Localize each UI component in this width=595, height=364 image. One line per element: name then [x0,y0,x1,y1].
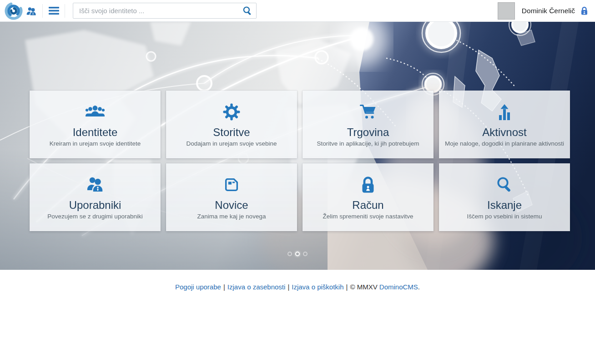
users-icon [30,175,161,194]
cart-icon [303,102,434,121]
tile-subtitle: Zanima me kaj je novega [166,213,297,220]
carousel-dot-3[interactable] [303,252,308,256]
hamburger-icon [49,7,59,15]
header-user-area: Dominik Černelič [498,2,595,20]
tile-subtitle: Povezujem se z drugimi uporabniki [30,213,161,220]
carousel-dot-2-active[interactable] [295,252,300,256]
menu-button[interactable] [46,2,61,20]
footer-separator: | [346,283,348,291]
tile-title: Uporabniki [30,199,161,211]
users-icon [26,6,37,16]
header-divider [42,4,43,18]
footer-separator: | [287,283,289,291]
tile-subtitle: Želim spremeniti svoje nastavitve [303,213,434,220]
tile-title: Iskanje [439,199,570,211]
tile-uporabniki[interactable]: Uporabniki Povezujem se z drugimi uporab… [30,163,161,231]
contacts-button[interactable] [24,2,39,20]
search-bar [73,3,257,19]
carousel-dots [0,252,595,256]
tile-identitete[interactable]: Identitete Kreiram in urejam svoje ident… [30,91,161,158]
tile-subtitle: Dodajam in urejam svoje vsebine [166,140,297,147]
search-icon [242,5,253,16]
user-name[interactable]: Dominik Černelič [522,7,575,15]
tile-subtitle: Kreiram in urejam svoje identitete [30,140,161,147]
search-button[interactable] [241,5,254,17]
footer-link-privacy[interactable]: Izjava o zasebnosti [227,283,286,291]
tile-novice[interactable]: Novice Zanima me kaj je novega [166,163,297,231]
tile-title: Aktivnost [439,126,570,138]
footer-brand-link[interactable]: DominoCMS [379,283,418,291]
tile-racun[interactable]: Račun Želim spremeniti svoje nastavitve [303,163,434,231]
avatar[interactable] [498,2,515,20]
tile-trgovina[interactable]: Trgovina Storitve in aplikacije, ki jih … [303,91,434,158]
swirl-logo-icon [5,2,23,20]
top-header: Dominik Černelič [0,0,595,22]
tile-title: Identitete [30,126,161,138]
crowd-icon [30,102,161,121]
tile-subtitle: Iščem po vsebini in sistemu [439,213,570,220]
magnifier-icon [439,175,570,194]
news-icon [166,175,297,194]
tile-title: Novice [166,199,297,211]
tile-title: Trgovina [303,126,434,138]
tile-subtitle: Moje naloge, dogodki in planirane aktivn… [439,140,570,147]
footer-suffix: . [418,283,420,291]
footer-link-terms[interactable]: Pogoji uporabe [175,283,221,291]
session-lock-icon[interactable] [580,6,588,15]
tile-title: Storitve [166,126,297,138]
tile-storitve[interactable]: Storitve Dodajam in urejam svoje vsebine [166,91,297,158]
footer-separator: | [223,283,225,291]
header-divider [65,4,65,18]
gear-icon [166,102,297,121]
tile-title: Račun [303,199,434,211]
carousel-dot-1[interactable] [287,252,292,256]
footer-link-cookies[interactable]: Izjava o piškotkih [292,283,343,291]
app-logo[interactable] [4,1,24,21]
footer: Pogoji uporabe|Izjava o zasebnosti|Izjav… [0,270,595,364]
tile-iskanje[interactable]: Iskanje Iščem po vsebini in sistemu [439,163,570,231]
search-input[interactable] [73,3,257,19]
tile-aktivnost[interactable]: Aktivnost Moje naloge, dogodki in planir… [439,91,570,158]
chart-up-icon [439,102,570,121]
hero-banner: Identitete Kreiram in urejam svoje ident… [0,22,595,270]
launcher-grid: Identitete Kreiram in urejam svoje ident… [30,91,570,231]
footer-copyright: © MMXV [350,283,377,291]
tile-subtitle: Storitve in aplikacije, ki jih potrebuje… [303,140,434,147]
lock-icon [303,175,434,194]
